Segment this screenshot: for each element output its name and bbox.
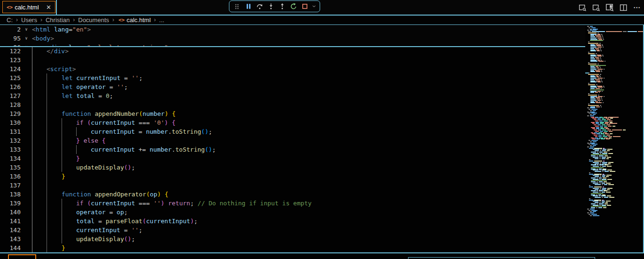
line-number[interactable]: 143 bbox=[0, 235, 21, 243]
code-line-132[interactable]: 132} else { bbox=[0, 136, 584, 145]
code-line-136[interactable]: 136} bbox=[0, 172, 584, 181]
line-number[interactable]: 138 bbox=[0, 190, 21, 199]
minimap-row bbox=[590, 79, 602, 80]
minimap[interactable] bbox=[585, 25, 643, 252]
line-number[interactable]: 140 bbox=[0, 208, 21, 217]
breadcrumb-file[interactable]: calc.html bbox=[126, 16, 150, 24]
minimap-row bbox=[590, 44, 603, 45]
minimap-row bbox=[587, 107, 595, 108]
code-line-135[interactable]: 135updateDisplay(); bbox=[0, 163, 584, 172]
line-number[interactable]: 144 bbox=[0, 243, 21, 252]
sticky-line-96[interactable]: 96∨<div class="calculator-container"> bbox=[0, 43, 584, 46]
code-text: total = parseFloat(currentInput); bbox=[76, 217, 197, 226]
tab-close-icon[interactable]: ✕ bbox=[45, 4, 52, 11]
indent-guide bbox=[47, 190, 47, 199]
code-editor[interactable]: 2∨<html lang="en">95∨<body>96∨<div class… bbox=[0, 25, 644, 252]
step-over-icon[interactable] bbox=[255, 2, 264, 11]
line-number[interactable]: 124 bbox=[0, 65, 21, 73]
drag-handle-icon[interactable] bbox=[233, 2, 241, 11]
code-text: function appendNumber(number) { bbox=[62, 109, 176, 118]
breadcrumb-overflow[interactable]: ... bbox=[159, 16, 165, 24]
minimap-row bbox=[591, 117, 619, 118]
breadcrumb-item-users[interactable]: Users bbox=[21, 16, 37, 24]
sticky-line-2[interactable]: 2∨<html lang="en"> bbox=[0, 25, 584, 34]
code-line-133[interactable]: 133currentInput += number.toString(); bbox=[0, 145, 584, 154]
line-number[interactable]: 131 bbox=[0, 127, 21, 136]
fold-chevron-icon[interactable]: ∨ bbox=[23, 34, 30, 43]
line-number[interactable]: 122 bbox=[0, 47, 21, 56]
code-line-142[interactable]: 142currentInput = ''; bbox=[0, 226, 584, 235]
line-number[interactable]: 125 bbox=[0, 73, 21, 82]
code-line-137[interactable]: 137 bbox=[0, 181, 584, 190]
code-line-138[interactable]: 138function appendOperator(op) { bbox=[0, 190, 584, 199]
line-number[interactable]: 141 bbox=[0, 217, 21, 226]
code-line-127[interactable]: 127let total = 0; bbox=[0, 91, 584, 100]
line-number[interactable]: 123 bbox=[0, 56, 21, 65]
bottom-right-panel[interactable] bbox=[408, 257, 595, 259]
breadcrumb-item-christian[interactable]: Christian bbox=[46, 16, 70, 24]
sticky-scroll[interactable]: 2∨<html lang="en">95∨<body>96∨<div class… bbox=[0, 25, 585, 46]
breadcrumb-item-documents[interactable]: Documents bbox=[78, 16, 109, 24]
restart-icon[interactable] bbox=[289, 2, 298, 11]
code-line-141[interactable]: 141total = parseFloat(currentInput); bbox=[0, 217, 584, 226]
line-number[interactable]: 130 bbox=[0, 118, 21, 127]
split-editor-icon[interactable] bbox=[619, 3, 628, 12]
minimap-row bbox=[587, 112, 595, 113]
line-number[interactable]: 126 bbox=[0, 82, 21, 91]
line-number[interactable]: 136 bbox=[0, 172, 21, 181]
line-number[interactable]: 137 bbox=[0, 181, 21, 190]
indent-guide bbox=[62, 136, 62, 145]
code-line-131[interactable]: 131currentInput = number.toString(); bbox=[0, 127, 584, 136]
code-line-140[interactable]: 140operator = op; bbox=[0, 208, 584, 217]
more-actions-icon[interactable]: ⋯ bbox=[633, 3, 641, 12]
line-number[interactable]: 132 bbox=[0, 136, 21, 145]
code-line-126[interactable]: 126let operator = ''; bbox=[0, 82, 584, 91]
minimap-row bbox=[591, 154, 607, 155]
code-line-128[interactable]: 128 bbox=[0, 100, 584, 109]
vscode-window: <> calc.html ✕ bbox=[0, 0, 644, 259]
minimap-row bbox=[593, 149, 613, 150]
line-number[interactable]: 133 bbox=[0, 145, 21, 154]
fold-chevron-icon[interactable]: ∨ bbox=[23, 25, 30, 34]
step-into-icon[interactable] bbox=[267, 2, 275, 11]
minimap-row bbox=[593, 162, 613, 163]
line-number[interactable]: 135 bbox=[0, 163, 21, 172]
line-number[interactable]: 128 bbox=[0, 100, 21, 109]
code-line-129[interactable]: 129function appendNumber(number) { bbox=[0, 109, 584, 118]
tab-calc-html[interactable]: <> calc.html ✕ bbox=[2, 1, 55, 13]
line-number[interactable]: 129 bbox=[0, 109, 21, 118]
preview-side-icon[interactable] bbox=[592, 3, 600, 12]
code-line-139[interactable]: 139if (currentInput === '') return; // D… bbox=[0, 199, 584, 208]
stop-icon[interactable] bbox=[300, 2, 309, 11]
line-number[interactable]: 2 bbox=[0, 25, 21, 34]
sticky-line-95[interactable]: 95∨<body> bbox=[0, 34, 584, 43]
pause-icon[interactable] bbox=[244, 2, 252, 11]
line-number[interactable]: 142 bbox=[0, 226, 21, 235]
chevron-down-icon[interactable] bbox=[312, 2, 316, 11]
code-line-122[interactable]: 122</div> bbox=[0, 47, 584, 56]
bottom-left-panel[interactable] bbox=[8, 254, 36, 259]
code-line-125[interactable]: 125let currentInput = ''; bbox=[0, 73, 584, 82]
step-out-icon[interactable] bbox=[278, 2, 286, 11]
minimap-row bbox=[594, 130, 626, 130]
code-line-124[interactable]: 124<script> bbox=[0, 65, 584, 73]
split-preview-icon[interactable] bbox=[605, 3, 614, 12]
minimap-row bbox=[589, 174, 604, 175]
line-number[interactable]: 127 bbox=[0, 91, 21, 100]
code-line-134[interactable]: 134} bbox=[0, 154, 584, 163]
breadcrumb-item-c[interactable]: C: bbox=[7, 16, 13, 24]
code-text: currentInput += number.toString(); bbox=[91, 145, 216, 154]
line-number[interactable]: 95 bbox=[0, 34, 21, 43]
code-text: function appendOperator(op) { bbox=[62, 190, 168, 199]
code-line-123[interactable]: 123 bbox=[0, 56, 584, 65]
code-line-143[interactable]: 143updateDisplay(); bbox=[0, 235, 584, 243]
preview-icon[interactable] bbox=[578, 3, 587, 12]
code-line-130[interactable]: 130if (currentInput === '0') { bbox=[0, 118, 584, 127]
code-line-144[interactable]: 144} bbox=[0, 243, 584, 252]
line-number[interactable]: 96 bbox=[0, 43, 21, 46]
line-number[interactable]: 139 bbox=[0, 199, 21, 208]
line-number[interactable]: 134 bbox=[0, 154, 21, 163]
fold-chevron-icon[interactable]: ∨ bbox=[23, 43, 30, 46]
indent-guide bbox=[32, 217, 32, 226]
minimap-row bbox=[595, 171, 615, 172]
